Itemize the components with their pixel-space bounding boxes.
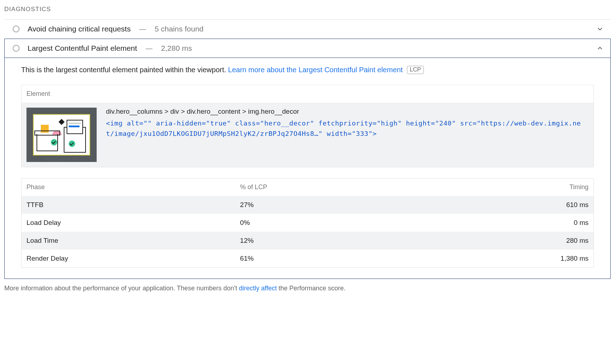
cell-timing: 1,380 ms [454, 255, 589, 262]
cell-timing: 610 ms [454, 201, 589, 209]
cell-phase: Load Delay [26, 219, 240, 227]
audit-lcp-toggle[interactable]: Largest Contentful Paint element — 2,280… [5, 39, 610, 58]
cell-percent: 0% [240, 219, 454, 227]
diagnostics-footer-note: More information about the performance o… [4, 285, 611, 292]
cell-phase: Render Delay [26, 255, 240, 262]
cell-percent: 12% [240, 237, 454, 245]
cell-timing: 0 ms [454, 219, 589, 227]
cell-timing: 280 ms [454, 237, 589, 245]
cell-phase: Load Time [26, 237, 240, 245]
thumbnail-caption: Building a better web [26, 157, 97, 161]
lcp-phase-table: Phase % of LCP Timing TTFB 27% 610 ms Lo… [21, 178, 594, 268]
description-text: This is the largest contentful element p… [21, 66, 228, 74]
audit-meta: 5 chains found [155, 25, 204, 33]
audit-lcp: Largest Contentful Paint element — 2,280… [4, 39, 611, 279]
lcp-element-card: Element B [21, 85, 594, 167]
table-row: Load Time 12% 280 ms [21, 232, 594, 250]
audit-description: This is the largest contentful element p… [21, 66, 594, 74]
table-row: TTFB 27% 610 ms [21, 196, 594, 214]
audit-critical-chains: Avoid chaining critical requests — 5 cha… [4, 19, 611, 39]
info-dot-icon [13, 25, 20, 33]
audit-meta: 2,280 ms [161, 44, 192, 53]
audit-lcp-body: This is the largest contentful element p… [5, 58, 610, 279]
element-thumbnail: Building a better web [26, 108, 97, 162]
audit-title: Largest Contentful Paint element [28, 44, 137, 53]
lcp-element-row: Building a better web div.hero__columns … [21, 103, 594, 167]
element-table-header: Element [21, 85, 594, 103]
table-header-row: Phase % of LCP Timing [21, 178, 594, 196]
chevron-down-icon [596, 25, 604, 33]
cell-phase: TTFB [26, 201, 240, 209]
col-percent: % of LCP [240, 183, 454, 191]
info-dot-icon [13, 45, 20, 52]
audit-title: Avoid chaining critical requests [28, 25, 131, 33]
learn-more-link[interactable]: Learn more about the Largest Contentful … [228, 66, 403, 74]
table-row: Load Delay 0% 0 ms [21, 214, 594, 232]
cell-percent: 27% [240, 201, 454, 209]
separator: — [139, 25, 146, 33]
footer-text-suffix: the Performance score. [277, 285, 345, 292]
col-phase: Phase [26, 183, 240, 191]
audit-critical-chains-toggle[interactable]: Avoid chaining critical requests — 5 cha… [5, 20, 610, 38]
diagnostics-section-title: DIAGNOSTICS [4, 6, 611, 13]
cell-percent: 61% [240, 255, 454, 262]
footer-link[interactable]: directly affect [239, 285, 277, 292]
footer-text-prefix: More information about the performance o… [4, 285, 239, 292]
lcp-badge: LCP [407, 66, 424, 74]
separator: — [146, 44, 152, 52]
chevron-up-icon [596, 44, 604, 52]
element-selector-path: div.hero__columns > div > div.hero__cont… [106, 108, 589, 115]
table-row: Render Delay 61% 1,380 ms [21, 250, 594, 267]
col-timing: Timing [454, 183, 589, 191]
element-html-snippet: <img alt="" aria-hidden="true" class="he… [106, 118, 589, 139]
